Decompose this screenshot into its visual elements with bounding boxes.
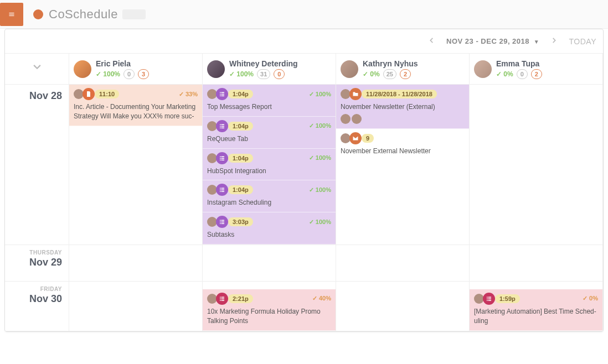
prev-period-button[interactable] xyxy=(424,34,439,48)
column-header-whitney[interactable]: Whitney Deterding 100% 31 0 xyxy=(203,54,336,85)
task-card[interactable]: 1:59p 0% [Marketing Automation] Best Tim… xyxy=(470,289,602,331)
card-title: HubSpot Integration xyxy=(207,167,331,176)
card-time: 1:04p xyxy=(228,122,253,131)
avatar xyxy=(341,114,351,124)
list-icon xyxy=(216,88,228,100)
expand-toggle-cell[interactable] xyxy=(5,54,69,85)
top-bar: CoSchedule xyxy=(0,0,608,29)
completion-pct: 100% xyxy=(96,70,120,78)
cell-whitney-nov29 xyxy=(203,245,336,282)
cell-kathryn-nov30 xyxy=(336,282,470,331)
chevron-left-icon xyxy=(427,37,435,44)
card-time: 11:10 xyxy=(95,90,119,98)
next-period-button[interactable] xyxy=(547,34,561,48)
date-label-nov29: THURSDAY Nov 29 xyxy=(5,245,69,282)
card-title: ReQueue Tab xyxy=(207,134,331,144)
task-card[interactable]: 1:04p 100% HubSpot Integration xyxy=(203,149,336,181)
card-time: 1:59p xyxy=(495,294,520,303)
cell-eric-nov29 xyxy=(69,245,203,282)
card-time: 1:04p xyxy=(228,90,253,98)
card-time: 1:04p xyxy=(228,154,253,163)
cell-whitney-nov30: 2:21p 40% 10x Marketing Formula Holiday … xyxy=(203,282,336,331)
task-card[interactable]: 1:04p 100% ReQueue Tab xyxy=(203,117,336,149)
list-icon xyxy=(216,184,228,196)
card-pct: 40% xyxy=(312,295,331,302)
count-badge: 2 xyxy=(531,69,542,79)
column-user-name: Emma Tupa xyxy=(496,59,542,68)
list-icon xyxy=(216,293,228,305)
brand-name: CoSchedule xyxy=(49,7,118,22)
task-card[interactable]: 11:10 33% Inc. Article - Documenting You… xyxy=(69,85,202,126)
hamburger-icon xyxy=(8,11,15,18)
cell-eric-nov30 xyxy=(69,282,203,331)
document-icon xyxy=(83,88,95,100)
list-icon xyxy=(216,152,228,164)
avatar xyxy=(74,60,91,78)
card-title: Subtasks xyxy=(207,230,331,240)
card-pct: 100% xyxy=(309,154,331,162)
count-badge: 25 xyxy=(383,69,396,79)
task-card[interactable]: 9 November External Newsletter xyxy=(336,129,469,161)
brand-tag xyxy=(122,9,146,19)
calendar-container: NOV 23 - DEC 29, 2018 ▼ TODAY Eric Piela… xyxy=(4,29,604,332)
today-button[interactable]: TODAY xyxy=(569,37,596,46)
date-range-picker[interactable]: NOV 23 - DEC 29, 2018 ▼ xyxy=(446,37,539,45)
cell-kathryn-nov29 xyxy=(336,245,470,282)
column-header-eric[interactable]: Eric Piela 100% 0 3 xyxy=(69,54,203,85)
dow-label: THURSDAY xyxy=(7,249,62,256)
list-icon xyxy=(216,120,228,132)
task-card[interactable]: 2:21p 40% 10x Marketing Formula Holiday … xyxy=(203,289,336,331)
cell-eric-nov28: 11:10 33% Inc. Article - Documenting You… xyxy=(69,85,203,245)
cell-kathryn-nov28: 11/28/2018 - 11/28/2018 November Newslet… xyxy=(336,85,470,245)
card-count: 9 xyxy=(362,134,374,143)
folder-icon xyxy=(349,88,362,100)
card-time: 3:03p xyxy=(228,217,253,226)
cell-emma-nov30: 1:59p 0% [Marketing Automation] Best Tim… xyxy=(470,282,603,331)
list-icon xyxy=(483,293,495,305)
cell-emma-nov28 xyxy=(470,85,603,245)
date-label: Nov 29 xyxy=(7,257,62,268)
hamburger-menu[interactable] xyxy=(0,3,23,26)
calendar-grid: Eric Piela 100% 0 3 Whitney Deterding 10… xyxy=(5,54,603,331)
task-card[interactable]: 1:04p 100% Top Messages Report xyxy=(203,85,336,117)
card-title: Instagram Scheduling xyxy=(207,198,331,207)
cell-whitney-nov28: 1:04p 100% Top Messages Report 1:04p 100… xyxy=(203,85,336,245)
avatar xyxy=(207,60,225,78)
column-user-name: Kathryn Nyhus xyxy=(363,59,418,68)
completion-pct: 0% xyxy=(363,70,380,78)
column-header-emma[interactable]: Emma Tupa 0% 0 2 xyxy=(470,54,603,85)
card-pct: 100% xyxy=(309,91,331,98)
date-label: Nov 28 xyxy=(7,90,62,102)
dow-label: FRIDAY xyxy=(7,286,62,292)
cell-emma-nov29 xyxy=(470,245,603,282)
list-icon xyxy=(216,216,228,228)
completion-pct: 100% xyxy=(229,70,254,78)
card-title: Inc. Article - Documenting Your Marketin… xyxy=(74,102,198,121)
task-card[interactable]: 11/28/2018 - 11/28/2018 November Newslet… xyxy=(336,85,469,129)
count-badge: 0 xyxy=(123,69,135,79)
avatar xyxy=(352,114,362,124)
card-title: 10x Marketing Formula Holiday Promo Talk… xyxy=(207,307,331,326)
count-badge: 0 xyxy=(274,69,285,79)
count-badge: 31 xyxy=(257,69,270,79)
task-card[interactable]: 3:03p 100% Subtasks xyxy=(203,212,336,245)
card-time: 2:21p xyxy=(228,294,253,303)
card-title: November External Newsletter xyxy=(341,147,465,156)
column-header-kathryn[interactable]: Kathryn Nyhus 0% 25 2 xyxy=(336,54,470,85)
card-pct: 0% xyxy=(583,295,598,302)
date-range-label: NOV 23 - DEC 29, 2018 xyxy=(446,37,529,45)
brand-dot-icon xyxy=(33,9,43,19)
card-pct: 100% xyxy=(309,186,331,194)
collaborator-avatars xyxy=(341,114,465,124)
mail-icon xyxy=(349,132,362,144)
column-user-name: Whitney Deterding xyxy=(229,59,298,68)
chevron-down-icon xyxy=(32,62,43,76)
card-pct: 33% xyxy=(179,91,198,98)
count-badge: 3 xyxy=(138,69,149,79)
date-label-nov30: FRIDAY Nov 30 xyxy=(5,282,69,331)
count-badge: 2 xyxy=(400,69,411,79)
avatar xyxy=(474,60,492,78)
card-pct: 100% xyxy=(309,219,331,226)
task-card[interactable]: 1:04p 100% Instagram Scheduling xyxy=(203,180,336,212)
column-user-name: Eric Piela xyxy=(96,59,149,68)
